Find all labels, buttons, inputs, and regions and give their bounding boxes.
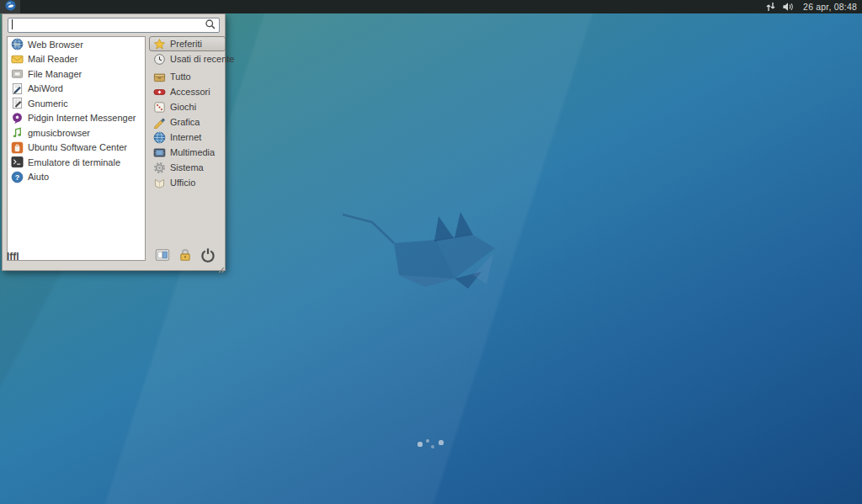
category-item-label: Preferiti bbox=[170, 39, 202, 49]
abiword-icon bbox=[10, 82, 24, 95]
app-item-abiword[interactable]: AbiWord bbox=[8, 82, 145, 97]
settings-manager-button[interactable] bbox=[154, 248, 171, 265]
app-item-label: Gnumeric bbox=[28, 98, 68, 109]
svg-text:?: ? bbox=[14, 172, 19, 181]
app-item-label: gmusicbrowser bbox=[28, 128, 90, 138]
search-input[interactable] bbox=[8, 18, 220, 33]
volume-icon[interactable] bbox=[782, 2, 795, 13]
menu-footer: lffl bbox=[3, 247, 225, 270]
panel-indicators: 26 apr, 08:48 bbox=[764, 2, 862, 13]
category-item-giochi[interactable]: Giochi bbox=[149, 99, 226, 114]
category-item-sistema[interactable]: Sistema bbox=[149, 160, 226, 175]
category-item-accessori[interactable]: Accessori bbox=[149, 84, 226, 99]
file-manager-icon bbox=[10, 67, 24, 81]
app-item-label: Ubuntu Software Center bbox=[28, 142, 127, 152]
app-item-file-manager[interactable]: File Manager bbox=[8, 66, 145, 82]
category-item-label: Accessori bbox=[170, 87, 210, 97]
category-item-usati-di-recente[interactable]: Usati di recente bbox=[149, 51, 226, 66]
panel-clock[interactable]: 26 apr, 08:48 bbox=[800, 2, 857, 12]
app-item-ubuntu-software-center[interactable]: Ubuntu Software Center bbox=[8, 141, 145, 156]
category-item-tutto[interactable]: Tutto bbox=[149, 69, 226, 84]
category-item-label: Giochi bbox=[170, 102, 196, 112]
app-item-gnumeric[interactable]: Gnumeric bbox=[8, 96, 145, 111]
app-item-mail-reader[interactable]: Mail Reader bbox=[8, 52, 145, 67]
graphics-icon bbox=[152, 115, 166, 129]
app-item-emulatore-di-terminale[interactable]: Emulatore di terminale bbox=[8, 155, 145, 170]
power-icon bbox=[200, 247, 216, 266]
pidgin-icon bbox=[10, 111, 24, 125]
all-apps-icon bbox=[152, 70, 166, 83]
xubuntu-mouse-logo bbox=[337, 206, 505, 294]
terminal-icon bbox=[10, 156, 24, 169]
app-item-gmusicbrowser[interactable]: gmusicbrowser bbox=[8, 125, 145, 141]
category-list: PreferitiUsati di recenteTuttoAccessoriG… bbox=[149, 36, 226, 190]
whisker-menu: Web BrowserMail ReaderFile ManagerAbiWor… bbox=[2, 13, 226, 271]
category-item-multimedia[interactable]: Multimedia bbox=[149, 145, 226, 160]
xubuntu-logo-icon bbox=[5, 0, 16, 14]
app-item-label: Mail Reader bbox=[28, 54, 77, 64]
category-item-label: Sistema bbox=[170, 162, 204, 172]
app-item-label: Web Browser bbox=[28, 40, 83, 50]
settings-manager-icon bbox=[155, 247, 170, 266]
app-item-web-browser[interactable]: Web Browser bbox=[8, 37, 145, 52]
text-caret bbox=[12, 19, 13, 29]
gmusicbrowser-icon bbox=[10, 126, 24, 140]
category-item-label: Grafica bbox=[170, 117, 200, 127]
system-icon bbox=[152, 161, 166, 174]
loading-dot-1 bbox=[418, 442, 422, 446]
web-browser-icon bbox=[10, 38, 24, 51]
help-icon: ? bbox=[10, 170, 24, 183]
application-list: Web BrowserMail ReaderFile ManagerAbiWor… bbox=[7, 36, 146, 261]
app-item-label: AbiWord bbox=[28, 83, 63, 93]
software-center-icon bbox=[10, 141, 24, 154]
category-item-label: Tutto bbox=[170, 72, 191, 82]
category-item-label: Ufficio bbox=[170, 178, 195, 188]
app-item-label: Pidgin Internet Messenger bbox=[28, 113, 136, 123]
resize-grip[interactable] bbox=[216, 262, 225, 270]
category-item-label: Multimedia bbox=[170, 147, 215, 157]
office-icon bbox=[152, 176, 166, 189]
category-item-internet[interactable]: Internet bbox=[149, 130, 226, 145]
gnumeric-icon bbox=[10, 97, 24, 110]
lock-screen-button[interactable] bbox=[177, 248, 194, 265]
app-item-label: Aiuto bbox=[28, 172, 49, 182]
games-icon bbox=[152, 100, 166, 114]
internet-icon bbox=[152, 130, 166, 144]
loading-dot-2 bbox=[426, 439, 429, 443]
app-item-pidgin-internet-messenger[interactable]: Pidgin Internet Messenger bbox=[8, 111, 145, 126]
search-icon[interactable] bbox=[205, 19, 216, 30]
category-item-label: Internet bbox=[170, 132, 201, 142]
category-item-grafica[interactable]: Grafica bbox=[149, 114, 226, 130]
multimedia-icon bbox=[152, 146, 166, 159]
category-item-label: Usati di recente bbox=[170, 54, 234, 64]
mail-reader-icon bbox=[10, 52, 24, 66]
recent-clock-icon bbox=[152, 52, 166, 66]
footer-buttons bbox=[148, 248, 216, 265]
search-field-wrap bbox=[8, 17, 220, 32]
whisker-menu-button[interactable] bbox=[0, 0, 20, 13]
app-item-label: Emulatore di terminale bbox=[28, 157, 120, 167]
app-item-aiuto[interactable]: ?Aiuto bbox=[8, 170, 145, 185]
loading-dot-4 bbox=[439, 440, 443, 444]
top-panel: 26 apr, 08:48 bbox=[0, 0, 862, 13]
star-icon bbox=[152, 37, 166, 50]
network-transfer-icon[interactable] bbox=[764, 2, 777, 13]
power-button[interactable] bbox=[200, 248, 216, 265]
app-item-label: File Manager bbox=[28, 69, 82, 79]
lock-screen-icon bbox=[178, 247, 193, 266]
username-label: lffl bbox=[7, 251, 19, 263]
loading-dot-3 bbox=[431, 445, 434, 448]
category-item-ufficio[interactable]: Ufficio bbox=[149, 175, 226, 190]
category-item-preferiti[interactable]: Preferiti bbox=[149, 36, 226, 51]
accessories-icon bbox=[152, 85, 166, 98]
